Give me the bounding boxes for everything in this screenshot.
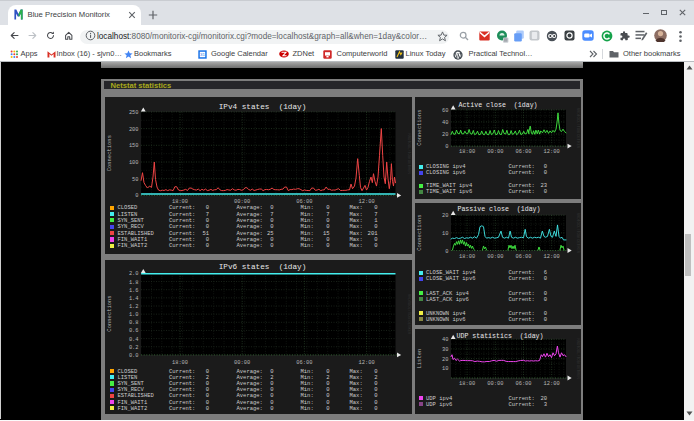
svg-text:00:00: 00:00 [487,254,503,260]
svg-text:RRDTOOL / TOBI OETIKER: RRDTOOL / TOBI OETIKER [575,339,579,380]
svg-text:18:00: 18:00 [459,254,475,260]
svg-text:Connections: Connections [416,215,423,251]
svg-text:31: 31 [200,52,205,57]
svg-text:1.4: 1.4 [128,295,138,301]
svg-text:Active close (1day): Active close (1day) [458,102,537,109]
svg-text:2.0: 2.0 [128,271,138,277]
svg-text:30: 30 [442,347,448,353]
svg-text:200: 200 [128,126,138,132]
svg-text:18:00: 18:00 [459,382,475,388]
svg-text:40: 40 [442,338,448,344]
svg-text:0.6: 0.6 [128,328,138,334]
svg-text:12:00: 12:00 [543,149,559,155]
svg-text:00:00: 00:00 [487,149,503,155]
svg-text:20: 20 [442,214,448,220]
svg-text:RRDTOOL / TOBI OETIKER: RRDTOOL / TOBI OETIKER [406,133,410,174]
svg-text:12:00: 12:00 [358,359,374,365]
svg-text:00:00: 00:00 [487,382,503,388]
svg-text:1.2: 1.2 [128,304,138,310]
svg-text:0: 0 [445,249,448,255]
svg-text:IPv4 states (1day): IPv4 states (1day) [218,102,306,110]
svg-text:RRDTOOL / TOBI OETIKER: RRDTOOL / TOBI OETIKER [406,294,410,335]
svg-text:1.0: 1.0 [128,312,138,318]
svg-text:10: 10 [442,367,448,373]
svg-text:100: 100 [128,160,138,166]
svg-text:50: 50 [132,176,138,182]
svg-text:IPv6 states (1day): IPv6 states (1day) [218,263,306,271]
svg-text:12:00: 12:00 [543,382,559,388]
svg-text:00:00: 00:00 [234,359,250,365]
svg-text:250: 250 [128,110,138,116]
svg-text:0.2: 0.2 [128,344,138,350]
svg-text:0.0: 0.0 [128,352,138,358]
svg-text:20: 20 [442,357,448,363]
svg-text:18:00: 18:00 [171,359,187,365]
svg-text:UDP statistics (1day): UDP statistics (1day) [456,334,543,341]
svg-text:06:00: 06:00 [296,359,312,365]
svg-text:60: 60 [442,108,448,114]
svg-text:12:00: 12:00 [543,254,559,260]
svg-text:0: 0 [135,193,138,199]
svg-text:40: 40 [442,120,448,126]
svg-text:1.6: 1.6 [128,287,138,293]
svg-text:Passive close (1day): Passive close (1day) [457,207,540,214]
svg-text:06:00: 06:00 [515,254,531,260]
svg-text:18:00: 18:00 [459,149,475,155]
svg-text:Connections: Connections [106,135,113,171]
svg-text:150: 150 [128,143,138,149]
svg-text:06:00: 06:00 [515,149,531,155]
svg-text:Connections: Connections [416,109,423,145]
svg-text:0.8: 0.8 [128,320,138,326]
svg-text:Connections: Connections [106,295,113,331]
svg-text:06:00: 06:00 [515,382,531,388]
svg-text:Listen: Listen [416,349,423,369]
svg-text:10: 10 [442,231,448,237]
svg-text:0.4: 0.4 [128,336,138,342]
svg-text:RRDTOOL / TOBI OETIKER: RRDTOOL / TOBI OETIKER [575,108,579,149]
svg-text:0: 0 [445,144,448,150]
svg-text:1.8: 1.8 [128,279,138,285]
svg-text:RRDTOOL / TOBI OETIKER: RRDTOOL / TOBI OETIKER [575,213,579,254]
svg-text:20: 20 [442,132,448,138]
